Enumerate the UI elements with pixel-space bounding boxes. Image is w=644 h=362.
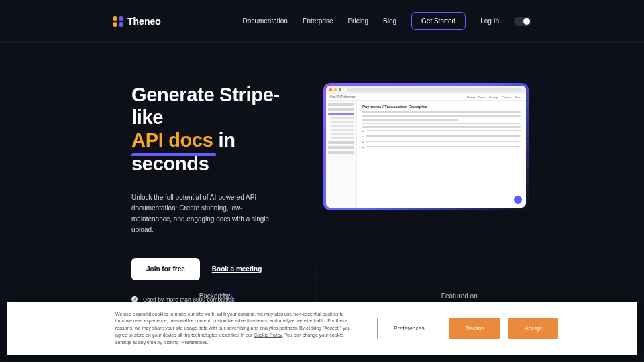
logo-icon bbox=[113, 16, 123, 27]
preview-content: Payments / Transaction Examples bbox=[357, 101, 526, 208]
nav-blog[interactable]: Blog bbox=[383, 17, 396, 25]
preview-tab: Preview bbox=[502, 95, 511, 99]
window-max-icon bbox=[339, 88, 341, 91]
cookie-banner: We use essential cookies to make our sit… bbox=[7, 302, 637, 356]
preview-sidebar bbox=[326, 101, 357, 208]
headline-part1: Generate Stripe-like bbox=[131, 84, 280, 128]
preview-window: Our API Reference History Notes Settings… bbox=[326, 86, 526, 208]
browser-chrome bbox=[326, 86, 526, 94]
cookie-buttons: Preferences Decline Accept bbox=[377, 318, 558, 339]
hero-sub: Unlock the full potential of AI-powered … bbox=[131, 192, 279, 235]
chat-fab-icon bbox=[514, 196, 522, 204]
brand[interactable]: Theneo bbox=[113, 16, 161, 27]
join-for-free-button[interactable]: Join for free bbox=[131, 258, 200, 280]
main-nav: Documentation Enterprise Pricing Blog Ge… bbox=[243, 12, 531, 30]
preview-tab: History bbox=[467, 95, 475, 99]
product-preview: Our API Reference History Notes Settings… bbox=[323, 83, 529, 210]
preview-topbar: Our API Reference History Notes Settings… bbox=[326, 94, 526, 101]
backed-by-title: Backed by bbox=[131, 292, 299, 300]
theme-toggle[interactable] bbox=[514, 17, 531, 26]
brand-name: Theneo bbox=[127, 16, 161, 27]
site-header: Theneo Documentation Enterprise Pricing … bbox=[0, 0, 644, 43]
nav-pricing[interactable]: Pricing bbox=[347, 17, 368, 25]
nav-documentation[interactable]: Documentation bbox=[243, 17, 288, 25]
cookie-text: We use essential cookies to make our sit… bbox=[115, 311, 357, 347]
cookie-policy-link[interactable]: Cookie Policy bbox=[254, 333, 282, 337]
cookie-preferences-button[interactable]: Preferences bbox=[377, 318, 441, 339]
cookie-accept-button[interactable]: Accept bbox=[508, 318, 558, 339]
preview-tab: Notes bbox=[478, 95, 485, 99]
cta-row: Join for free Book a meeting bbox=[131, 258, 299, 280]
preview-body: Payments / Transaction Examples bbox=[326, 101, 526, 208]
url-bar bbox=[347, 88, 523, 92]
hero: Generate Stripe-like API docs in seconds… bbox=[0, 43, 644, 303]
hero-headline: Generate Stripe-like API docs in seconds bbox=[131, 83, 299, 175]
preview-tab: Share bbox=[515, 95, 522, 99]
featured-on-title: Featured on bbox=[406, 292, 513, 300]
cookie-decline-button[interactable]: Decline bbox=[449, 318, 500, 339]
book-a-meeting-link[interactable]: Book a meeting bbox=[212, 265, 262, 273]
nav-enterprise[interactable]: Enterprise bbox=[303, 17, 333, 25]
headline-accent: API docs bbox=[131, 129, 213, 152]
window-min-icon bbox=[334, 88, 337, 91]
preview-doc-title: Payments / Transaction Examples bbox=[362, 105, 521, 109]
preview-tab: Settings bbox=[489, 95, 498, 99]
nav-login[interactable]: Log In bbox=[480, 17, 499, 25]
preview-topbar-title: Our API Reference bbox=[330, 95, 356, 99]
hero-copy: Generate Stripe-like API docs in seconds… bbox=[131, 83, 299, 303]
get-started-button[interactable]: Get Started bbox=[411, 12, 466, 30]
window-close-icon bbox=[329, 88, 332, 91]
cookie-preferences-link[interactable]: Preferences bbox=[182, 340, 207, 345]
